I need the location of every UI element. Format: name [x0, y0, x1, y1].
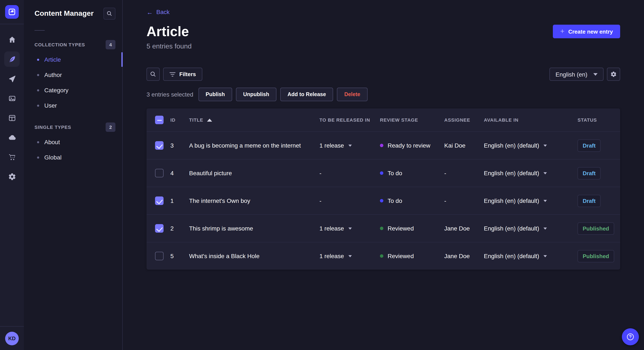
column-header-release[interactable]: TO BE RELEASED IN: [320, 117, 380, 123]
locale-dropdown[interactable]: English (en) (default): [484, 142, 547, 149]
locale-select[interactable]: English (en): [550, 68, 604, 81]
table-row[interactable]: 4 Beautiful picture - To do - English (e…: [146, 159, 620, 187]
back-link[interactable]: Back: [156, 8, 170, 15]
filter-icon: [170, 72, 176, 77]
cell-assignee: -: [444, 197, 484, 204]
column-header-available-in[interactable]: AVAILABLE IN: [484, 117, 578, 123]
row-checkbox[interactable]: [155, 141, 164, 150]
locale-dropdown[interactable]: English (en) (default): [484, 197, 547, 204]
cell-title: Beautiful picture: [189, 170, 320, 176]
table-row[interactable]: 2 This shrimp is awesome 1 release Revie…: [146, 214, 620, 242]
cell-title: What's inside a Black Hole: [189, 253, 320, 259]
stage-dot-icon: [380, 199, 383, 202]
locale-dropdown[interactable]: English (en) (default): [484, 225, 547, 232]
stage-dot-icon: [380, 254, 383, 258]
home-icon[interactable]: [4, 32, 20, 47]
table-row[interactable]: 5 What's inside a Black Hole 1 release R…: [146, 242, 620, 270]
table-header-row: ID TITLE TO BE RELEASED IN REVIEW STAGE …: [146, 108, 620, 131]
publish-button[interactable]: Publish: [198, 88, 232, 101]
release-dropdown[interactable]: 1 release: [320, 142, 352, 149]
main-content: ← Back Article + Create new entry 5 entr…: [123, 0, 644, 350]
plus-icon: +: [560, 28, 564, 35]
bullet-icon: [37, 141, 39, 143]
column-header-id[interactable]: ID: [170, 117, 189, 123]
sidebar-item-label: Global: [44, 154, 62, 161]
status-badge: Draft: [578, 194, 601, 207]
release-dropdown[interactable]: 1 release: [320, 253, 352, 259]
search-icon: [150, 71, 156, 77]
cell-id: 2: [170, 225, 189, 232]
divider: [34, 30, 45, 31]
bullet-icon: [37, 58, 39, 61]
add-to-release-button[interactable]: Add to Release: [280, 88, 333, 101]
release-dropdown[interactable]: 1 release: [320, 225, 352, 232]
column-header-title[interactable]: TITLE: [189, 117, 320, 123]
chevron-down-icon: [544, 200, 547, 202]
unpublish-button[interactable]: Unpublish: [236, 88, 276, 101]
search-button[interactable]: [104, 8, 116, 19]
cell-review-stage: To do: [380, 170, 444, 176]
media-images-icon[interactable]: [4, 91, 20, 106]
app-window: KD Content Manager COLLECTION TYPES 4 Ar…: [0, 0, 644, 350]
sidebar-item-label: Author: [44, 71, 62, 78]
cell-review-stage: Reviewed: [380, 225, 444, 232]
filters-button[interactable]: Filters: [163, 68, 202, 81]
entries-count-text: 5 entries found: [146, 42, 620, 50]
content-manager-subnav: Content Manager COLLECTION TYPES 4 Artic…: [24, 0, 123, 350]
status-badge: Draft: [578, 167, 601, 179]
delete-button[interactable]: Delete: [337, 88, 368, 101]
bullet-icon: [37, 156, 39, 159]
sidebar-item-global[interactable]: Global: [37, 150, 116, 165]
sidebar-item-label: Category: [44, 87, 68, 94]
selection-count-text: 3 entries selected: [146, 91, 193, 98]
chevron-down-icon: [593, 73, 598, 75]
feather-icon[interactable]: [4, 51, 20, 67]
column-header-assignee[interactable]: ASSIGNEE: [444, 117, 484, 123]
table-row[interactable]: 3 A bug is becoming a meme on the intern…: [146, 131, 620, 159]
column-header-review-stage[interactable]: REVIEW STAGE: [380, 117, 444, 123]
select-all-checkbox[interactable]: [155, 116, 164, 124]
cloud-icon[interactable]: [4, 130, 20, 145]
help-button[interactable]: [622, 328, 639, 345]
sidebar-item-category[interactable]: Category: [37, 82, 116, 98]
row-checkbox[interactable]: [155, 169, 164, 177]
stage-dot-icon: [380, 227, 383, 230]
bullet-icon: [37, 74, 39, 76]
cell-title: This shrimp is awesome: [189, 225, 320, 232]
row-checkbox[interactable]: [155, 196, 164, 205]
cell-id: 1: [170, 197, 189, 204]
chevron-down-icon: [544, 144, 547, 147]
paper-plane-icon[interactable]: [4, 71, 20, 86]
search-button[interactable]: [146, 68, 160, 81]
create-new-entry-button[interactable]: + Create new entry: [553, 25, 620, 38]
cell-review-stage: Ready to review: [380, 142, 444, 149]
search-icon: [106, 11, 112, 16]
question-mark-icon: [626, 332, 635, 342]
cell-release: -: [320, 197, 380, 204]
row-checkbox[interactable]: [155, 252, 164, 260]
row-checkbox[interactable]: [155, 224, 164, 233]
locale-selected-value: English (en): [556, 71, 587, 78]
rail-divider: [0, 24, 24, 24]
gear-icon[interactable]: [4, 169, 20, 184]
sidebar-item-author[interactable]: Author: [37, 67, 116, 82]
chevron-down-icon: [348, 144, 352, 147]
sidebar-item-user[interactable]: User: [37, 98, 116, 113]
layout-icon[interactable]: [4, 110, 20, 126]
cart-icon[interactable]: [4, 149, 20, 165]
locale-dropdown[interactable]: English (en) (default): [484, 253, 547, 259]
strapi-logo-icon[interactable]: [5, 5, 19, 19]
column-header-status[interactable]: STATUS: [578, 117, 620, 123]
sidebar-item-about[interactable]: About: [37, 134, 116, 150]
sidebar-item-article[interactable]: Article: [37, 52, 116, 67]
status-badge: Draft: [578, 139, 601, 152]
cell-title: A bug is becoming a meme on the internet: [189, 142, 320, 149]
view-settings-button[interactable]: [607, 68, 620, 81]
cell-release: -: [320, 170, 380, 176]
table-row[interactable]: 1 The internet's Own boy - To do - Engli…: [146, 187, 620, 214]
chevron-down-icon: [544, 172, 547, 174]
locale-dropdown[interactable]: English (en) (default): [484, 170, 547, 176]
user-avatar[interactable]: KD: [5, 332, 19, 345]
cell-review-stage: To do: [380, 197, 444, 204]
chevron-down-icon: [348, 227, 352, 229]
